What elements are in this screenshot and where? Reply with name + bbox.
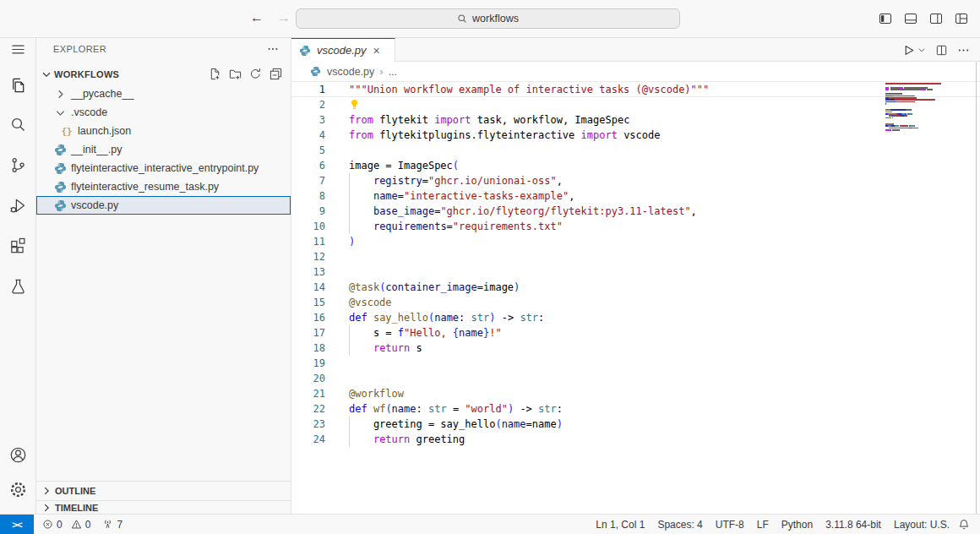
code-line-7[interactable]: 7 registry="ghcr.io/unionai-oss", [291, 173, 980, 188]
code-token: name [459, 327, 483, 339]
code-line-15[interactable]: 15@vscode [291, 295, 980, 310]
tree-item-label: __pycache__ [71, 88, 133, 100]
sidebar-item-search[interactable] [7, 113, 30, 136]
workflows-section-title: WORKFLOWS [54, 69, 119, 79]
status-eol[interactable]: LF [757, 519, 769, 531]
code-line-3[interactable]: 3from flytekit import task, workflow, Im… [291, 112, 980, 128]
warning-icon [71, 519, 82, 530]
code-line-12[interactable]: 12 [291, 249, 980, 264]
tree-item-flyteinteractive-resume-task-py[interactable]: flyteinteractive_resume_task.py [36, 177, 291, 196]
accounts-button[interactable] [7, 444, 30, 466]
minimap[interactable] [885, 83, 953, 131]
code-editor[interactable]: 1"""Union workflow example of interactiv… [291, 81, 980, 514]
status-cursor-position[interactable]: Ln 1, Col 1 [596, 519, 645, 531]
breadcrumb-symbol[interactable]: ... [389, 66, 397, 78]
code-line-19[interactable]: 19 [291, 356, 980, 371]
new-folder-button[interactable] [229, 68, 242, 80]
ports-count: 7 [117, 519, 122, 531]
status-indentation[interactable]: Spaces: 4 [657, 519, 702, 531]
code-token: -> [495, 312, 520, 324]
code-line-14[interactable]: 14@task(container_image=image) [291, 280, 980, 295]
explorer-more-button[interactable] [267, 43, 279, 55]
run-python-file-button[interactable] [902, 44, 926, 57]
code-line-13[interactable]: 13 [291, 264, 980, 280]
python-icon [308, 65, 322, 79]
new-file-button[interactable] [209, 68, 221, 80]
status-keyboard-layout[interactable]: Layout: U.S. [894, 519, 950, 531]
code-line-10[interactable]: 10 requirements="requirements.txt" [291, 219, 980, 234]
tab-close-icon[interactable]: × [373, 45, 380, 57]
outline-section-header[interactable]: OUTLINE [36, 481, 291, 500]
tree-item--pycache-[interactable]: __pycache__ [36, 84, 291, 103]
code-text: def wf(name: str = "world") -> str: [349, 401, 563, 417]
status-encoding[interactable]: UTF-8 [716, 519, 744, 531]
code-token: !" [489, 327, 501, 339]
problems-status[interactable]: 0 0 [42, 519, 90, 531]
tree-item-vscode-py[interactable]: vscode.py [36, 196, 291, 215]
code-text: requirements="requirements.txt" [349, 219, 563, 234]
notifications-bell-button[interactable] [958, 519, 980, 531]
account-icon [8, 445, 28, 465]
code-text: return s [349, 341, 422, 356]
more-actions-button[interactable] [957, 44, 970, 57]
status-python-interpreter[interactable]: 3.11.8 64-bit [825, 519, 881, 531]
code-token [349, 175, 373, 187]
python-icon [54, 144, 67, 156]
code-line-11[interactable]: 11) [291, 234, 980, 249]
code-line-16[interactable]: 16def say_hello(name: str) -> str: [291, 310, 980, 325]
sidebar-item-testing[interactable] [7, 275, 30, 298]
tab-vscode-py[interactable]: vscode.py × [291, 38, 395, 62]
sidebar-item-source-control[interactable] [7, 154, 30, 177]
code-line-21[interactable]: 21@workflow [291, 386, 980, 401]
code-line-9[interactable]: 9 base_image="ghcr.io/flyteorg/flytekit:… [291, 204, 980, 219]
lightbulb-icon[interactable] [349, 99, 360, 110]
new-file-icon [209, 68, 221, 80]
code-line-17[interactable]: 17 s = f"Hello, {name}!" [291, 325, 980, 341]
code-line-24[interactable]: 24 return greeting [291, 432, 980, 447]
editor-group: vscode.py × vscode.py › [291, 38, 980, 514]
tree-item--init-py[interactable]: __init__.py [36, 140, 291, 159]
json-icon: {} [62, 126, 73, 136]
toggle-secondary-sidebar-icon[interactable] [929, 12, 943, 25]
ports-status[interactable]: 7 [102, 519, 122, 531]
code-line-22[interactable]: 22def wf(name: str = "world") -> str: [291, 401, 980, 417]
settings-button[interactable] [7, 478, 30, 501]
code-line-8[interactable]: 8 name="interactive-tasks-example", [291, 188, 980, 204]
code-line-6[interactable]: 6image = ImageSpec( [291, 158, 980, 173]
code-line-1[interactable]: 1"""Union workflow example of interactiv… [291, 82, 980, 97]
code-line-2[interactable]: 2 [291, 97, 980, 112]
ellipsis-icon [957, 44, 970, 57]
workflows-section-header[interactable]: WORKFLOWS [36, 66, 291, 82]
tab-bar: vscode.py × [291, 38, 980, 62]
code-line-23[interactable]: 23 greeting = say_hello(name=name) [291, 417, 980, 432]
command-center-search[interactable]: workflows [296, 8, 680, 29]
breadcrumb[interactable]: vscode.py › ... [291, 62, 980, 81]
collapse-all-button[interactable] [270, 68, 282, 80]
toggle-panel-icon[interactable] [904, 12, 917, 25]
customize-layout-icon[interactable] [955, 12, 968, 25]
split-editor-button[interactable] [935, 44, 948, 57]
status-bar: >< 0 0 7 Ln 1, Col 1Spaces: 4UTF-8LFPyth… [0, 514, 980, 534]
remote-indicator[interactable]: >< [0, 515, 34, 534]
sidebar-item-run-debug[interactable] [7, 194, 30, 217]
sidebar-item-explorer[interactable] [7, 74, 30, 97]
refresh-button[interactable] [249, 68, 262, 80]
code-token: def [349, 312, 368, 324]
line-number: 3 [291, 112, 325, 128]
code-text: from flytekit import task, workflow, Ima… [349, 112, 629, 128]
nav-back-icon[interactable]: ← [250, 8, 264, 27]
tree-item--vscode[interactable]: .vscode [36, 103, 291, 122]
tree-item-launch-json[interactable]: {}launch.json [36, 122, 291, 140]
toggle-primary-sidebar-icon[interactable] [879, 12, 892, 25]
status-language-mode[interactable]: Python [781, 519, 813, 531]
menu-button[interactable] [7, 38, 30, 61]
code-line-4[interactable]: 4from flytekitplugins.flyteinteractive i… [291, 128, 980, 143]
code-line-20[interactable]: 20 [291, 371, 980, 386]
sidebar-item-extensions[interactable] [7, 235, 30, 258]
code-text: from flytekitplugins.flyteinteractive im… [349, 128, 660, 143]
timeline-section-header[interactable]: TIMELINE [36, 500, 291, 514]
tree-item-flyteinteractive-interactive-entrypoint-py[interactable]: flyteinteractive_interactive_entrypoint.… [36, 159, 291, 177]
breadcrumb-file[interactable]: vscode.py [327, 66, 374, 78]
code-line-5[interactable]: 5 [291, 143, 980, 158]
code-line-18[interactable]: 18 return s [291, 341, 980, 356]
